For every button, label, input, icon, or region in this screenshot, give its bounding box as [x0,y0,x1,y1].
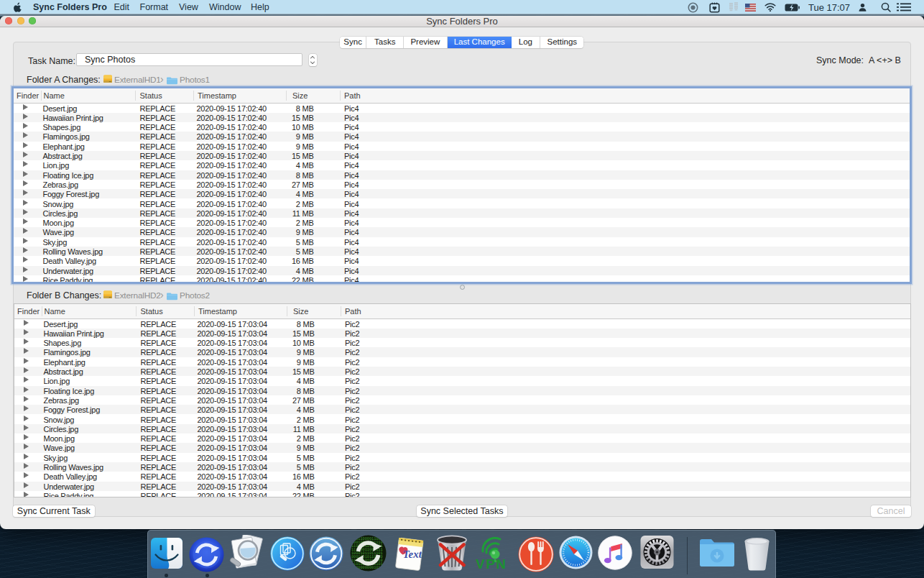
svg-text:Text: Text [402,549,422,560]
svg-text:01000000001010: 01000000001010 [351,566,383,570]
svg-text:VPN: VPN [476,556,507,571]
